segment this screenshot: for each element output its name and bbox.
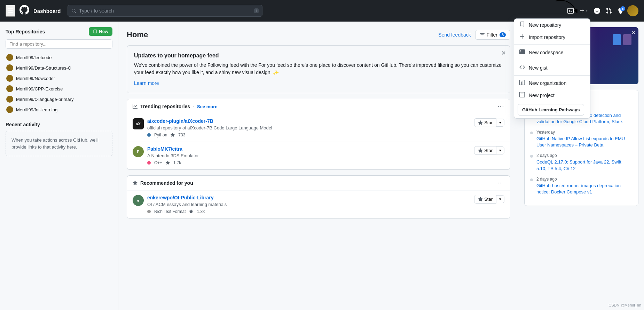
recommended-card: Recommended for you ··· e enkerewpo/OI-P… [127, 175, 510, 218]
star-button[interactable]: Star [474, 195, 496, 204]
repo-info: PabloMK7/citra A Nintendo 3DS Emulator C… [147, 146, 474, 165]
new-repo-button[interactable]: New [89, 27, 112, 36]
codespace-icon [519, 49, 525, 56]
lang-dot [147, 161, 151, 165]
new-btn-label: New [99, 29, 108, 34]
repo-name[interactable]: enkerewpo/OI-Public-Library [147, 195, 474, 200]
recommended-repo-item: e enkerewpo/OI-Public-Library OI / ACM e… [127, 191, 510, 218]
github-logo[interactable] [19, 5, 29, 17]
filter-button[interactable]: Filter 8 [475, 30, 510, 40]
change-time: 2 days ago [536, 153, 633, 158]
list-item[interactable]: Merrill99/Data-Structures-C [6, 63, 112, 73]
new-gist-item[interactable]: New gist [514, 62, 590, 74]
recommended-label: Recommended for you [133, 180, 193, 186]
change-content: 2 days ago GitHub-hosted runner images d… [536, 177, 633, 195]
dropdown-divider-1 [514, 45, 590, 45]
list-item[interactable]: Merrill99/Nowcoder [6, 73, 112, 84]
star-button[interactable]: Star [474, 118, 496, 127]
promo-card-close[interactable]: ✕ [631, 30, 636, 35]
list-item[interactable]: Merrill99/c-language-primary [6, 94, 112, 104]
star-button[interactable]: Star [474, 146, 496, 155]
terminal-button[interactable] [565, 6, 576, 16]
list-item[interactable]: Merrill99/CPP-Exercise [6, 84, 112, 94]
repo-owner-avatar [6, 85, 13, 92]
new-codespace-label: New codespace [529, 50, 564, 55]
git-pull-request-button[interactable] [604, 6, 614, 16]
repo-desc: official repository of aiXcoder-7B Code … [147, 125, 474, 130]
star-group: Star ▾ [474, 118, 504, 127]
learn-more-link[interactable]: Learn more [134, 80, 159, 86]
search-shortcut: / [254, 8, 259, 13]
repo-item-name: Merrill99/Data-Structures-C [16, 65, 71, 71]
hamburger-menu[interactable]: ☰ [6, 5, 15, 17]
new-project-label: New project [529, 93, 555, 98]
change-dot [530, 178, 533, 181]
list-item[interactable]: Merrill99/for-learning [6, 104, 112, 115]
recommended-card-header: Recommended for you ··· [127, 176, 510, 191]
repo-meta: Python 733 [147, 133, 474, 137]
project-icon [519, 92, 525, 98]
repo-info: enkerewpo/OI-Public-Library OI / ACM ess… [147, 195, 474, 214]
new-repo-item[interactable]: New repository [514, 19, 590, 31]
change-dot [530, 155, 533, 158]
repo-logo: aX [133, 118, 144, 129]
change-link[interactable]: GitHub-hosted runner images deprecation … [536, 183, 633, 195]
repo-item-name: Merrill99/c-language-primary [16, 97, 73, 102]
plus-button[interactable] [577, 6, 590, 16]
repo-logo: P [133, 146, 144, 157]
trending-menu-dots[interactable]: ··· [498, 103, 504, 110]
sidebar: Top Repositories New Merrill99/leetcode … [0, 22, 118, 310]
filter-label: Filter [487, 32, 497, 38]
find-repo-input[interactable] [6, 39, 112, 49]
star-dropdown-btn[interactable]: ▾ [496, 119, 504, 127]
user-avatar[interactable] [627, 5, 638, 16]
star-dropdown-btn[interactable]: ▾ [496, 146, 504, 154]
repo-owner-avatar [6, 106, 13, 113]
watermark: CSDN @Merrill_hh [608, 303, 641, 307]
repo-desc: A Nintendo 3DS Emulator [147, 153, 474, 158]
trending-card: Trending repositories · See more ··· aX … [127, 99, 510, 170]
see-more-link[interactable]: See more [197, 104, 218, 109]
repo-stars: 733 [178, 133, 185, 137]
new-org-item[interactable]: New organization [514, 77, 590, 89]
org-icon [519, 80, 525, 86]
repo-item-name: Merrill99/for-learning [16, 107, 57, 112]
list-item[interactable]: Merrill99/leetcode [6, 52, 112, 63]
updates-banner-title: Updates to your homepage feed [134, 53, 503, 59]
repo-item-name: Merrill99/Nowcoder [16, 76, 55, 81]
repo-name[interactable]: aixcoder-plugin/aiXcoder-7B [147, 118, 474, 124]
import-repo-item[interactable]: Import repository [514, 31, 590, 43]
new-repo-label: New repository [529, 22, 561, 28]
recent-activity-section: Recent activity When you take actions ac… [6, 122, 112, 156]
dropdown-divider-2 [514, 60, 590, 60]
change-item: 2 days ago GitHub-hosted runner images d… [530, 177, 633, 195]
lang-dot [147, 133, 151, 137]
recommended-menu-dots[interactable]: ··· [498, 180, 504, 186]
repo-owner-avatar [6, 75, 13, 82]
change-time: 2 days ago [536, 177, 633, 182]
recent-activity-empty: When you take actions across GitHub, we'… [6, 131, 112, 156]
search-placeholder: Type / to search [79, 8, 114, 14]
filter-badge: 8 [500, 32, 506, 37]
repo-meta: C++ 1.7k [147, 160, 474, 165]
repo-item-name: Merrill99/CPP-Exercise [16, 86, 63, 92]
copilot-button[interactable] [592, 6, 602, 16]
updates-banner-close[interactable]: ✕ [501, 50, 506, 56]
github-learning-btn[interactable]: GitHub Learning Pathways [518, 104, 584, 116]
star-dropdown-btn[interactable]: ▾ [496, 195, 504, 203]
updates-banner: ✕ Updates to your homepage feed We've co… [127, 45, 510, 93]
new-codespace-item[interactable]: New codespace [514, 46, 590, 58]
recent-activity-title: Recent activity [6, 122, 112, 127]
repo-meta: Rich Text Format 1.3k [147, 209, 474, 214]
notifications-button[interactable]: 8 [615, 6, 626, 16]
repo-name[interactable]: PabloMK7/citra [147, 146, 474, 152]
change-time: Yesterday [536, 130, 633, 135]
home-header: Home Send feedback Filter 8 [127, 30, 510, 40]
repo-info: aixcoder-plugin/aiXcoder-7B official rep… [147, 118, 474, 137]
change-link[interactable]: GitHub Native IP Allow List expands to E… [536, 136, 633, 148]
send-feedback-link[interactable]: Send feedback [438, 32, 471, 38]
change-link[interactable]: CodeQL 2.17.0: Support for Java 22, Swif… [536, 159, 633, 172]
search-bar[interactable]: Type / to search / [68, 5, 262, 17]
new-project-item[interactable]: New project [514, 89, 590, 101]
trending-card-header: Trending repositories · See more ··· [127, 99, 510, 114]
